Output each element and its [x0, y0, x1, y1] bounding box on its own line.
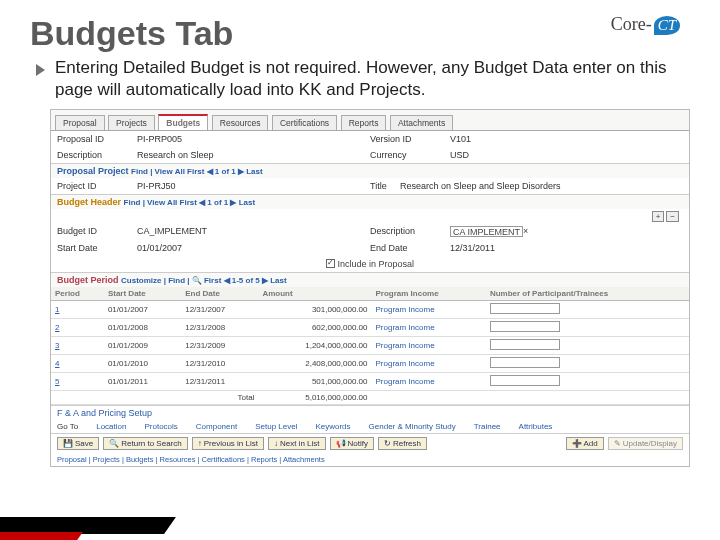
goto-location[interactable]: Location	[96, 422, 126, 431]
bottom-links[interactable]: Proposal | Projects | Budgets | Resource…	[51, 453, 689, 466]
next-button[interactable]: ↓ Next in List	[268, 437, 326, 450]
table-row: 101/01/200712/31/2007301,000,000.00Progr…	[51, 301, 689, 319]
tab-budgets[interactable]: Budgets	[158, 114, 208, 130]
end-date: 12/31/2011	[450, 243, 495, 253]
start-date-label: Start Date	[57, 243, 137, 253]
trainees-input[interactable]	[490, 357, 560, 368]
end-date-label: End Date	[370, 243, 450, 253]
goto-protocols[interactable]: Protocols	[144, 422, 177, 431]
goto-bar: Go To Location Protocols Component Setup…	[51, 420, 689, 433]
trainees-input[interactable]	[490, 321, 560, 332]
version-id: V101	[450, 134, 471, 144]
description: Research on Sleep	[137, 150, 214, 160]
project-id: PI-PRJ50	[137, 181, 176, 191]
refresh-button[interactable]: ↻ Refresh	[378, 437, 427, 450]
description-label: Description	[57, 150, 137, 160]
proposal-id-label: Proposal ID	[57, 134, 137, 144]
slide-accent	[0, 517, 170, 540]
bullet-text: Entering Detailed Budget is not required…	[55, 57, 690, 101]
table-row: 301/01/200912/31/20091,204,000,000.00Pro…	[51, 337, 689, 355]
budget-period-table: Period Start Date End Date Amount Progra…	[51, 287, 689, 405]
table-row: 201/01/200812/31/2008602,000,000.00Progr…	[51, 319, 689, 337]
customize-nav[interactable]: Customize | Find | 🔍 First ◀ 1-5 of 5 ▶ …	[121, 276, 287, 285]
col-pincome: Program Income	[371, 287, 485, 301]
notify-button[interactable]: 📢 Notify	[330, 437, 374, 450]
version-label: Version ID	[370, 134, 450, 144]
project-id-label: Project ID	[57, 181, 137, 191]
goto-setup[interactable]: Setup Level	[255, 422, 297, 431]
tab-certifications[interactable]: Certifications	[272, 115, 337, 130]
update-display-button[interactable]: ✎ Update/Display	[608, 437, 683, 450]
page-title: Budgets Tab	[30, 14, 690, 53]
goto-label: Go To	[57, 422, 78, 431]
tab-resources[interactable]: Resources	[212, 115, 269, 130]
include-checkbox[interactable]	[326, 259, 335, 268]
budget-id: CA_IMPLEMENT	[137, 226, 207, 237]
logo: Core-CT	[611, 14, 680, 35]
table-row: 401/01/201012/31/20102,408,000,000.00Pro…	[51, 355, 689, 373]
close-icon[interactable]: ×	[523, 226, 528, 237]
budget-id-label: Budget ID	[57, 226, 137, 237]
goto-gender[interactable]: Gender & Minority Study	[369, 422, 456, 431]
find-nav-1[interactable]: Find | View All First ◀ 1 of 1 ▶ Last	[131, 167, 263, 176]
tab-attachments[interactable]: Attachments	[390, 115, 453, 130]
logo-badge: CT	[654, 16, 680, 35]
return-button[interactable]: 🔍 Return to Search	[103, 437, 187, 450]
tab-projects[interactable]: Projects	[108, 115, 155, 130]
proposal-id: PI-PRP005	[137, 134, 182, 144]
find-nav-2[interactable]: Find | View All First ◀ 1 of 1 ▶ Last	[124, 198, 256, 207]
col-amount: Amount	[258, 287, 371, 301]
add-row-button[interactable]: +	[652, 211, 665, 222]
tab-reports[interactable]: Reports	[341, 115, 387, 130]
bhdr-desc-label: Description	[370, 226, 450, 237]
total-value: 5,016,000,000.00	[258, 391, 371, 405]
trainees-input[interactable]	[490, 339, 560, 350]
project-title: Research on Sleep and Sleep Disorders	[400, 181, 561, 191]
bhdr-desc-input[interactable]: CA IMPLEMENT	[450, 226, 523, 237]
start-date: 01/01/2007	[137, 243, 182, 253]
prev-button[interactable]: ↑ Previous in List	[192, 437, 264, 450]
section-budget-header: Budget Header Find | View All First ◀ 1 …	[51, 194, 689, 209]
currency: USD	[450, 150, 469, 160]
col-end: End Date	[181, 287, 258, 301]
tab-bar: Proposal Projects Budgets Resources Cert…	[51, 110, 689, 131]
trainees-input[interactable]	[490, 375, 560, 386]
chevron-right-icon	[36, 64, 45, 76]
section-budget-period: Budget Period Customize | Find | 🔍 First…	[51, 272, 689, 287]
total-label: Total	[181, 391, 258, 405]
col-nparts: Number of Participant/Trainees	[486, 287, 689, 301]
table-row: 501/01/201112/31/2011501,000,000.00Progr…	[51, 373, 689, 391]
screenshot-panel: Proposal Projects Budgets Resources Cert…	[50, 109, 690, 467]
remove-row-button[interactable]: −	[666, 211, 679, 222]
goto-keywords[interactable]: Keywords	[315, 422, 350, 431]
save-button[interactable]: 💾 Save	[57, 437, 99, 450]
button-bar: 💾 Save 🔍 Return to Search ↑ Previous in …	[51, 433, 689, 453]
goto-trainee[interactable]: Trainee	[474, 422, 501, 431]
fa-pricing-link[interactable]: F & A and Pricing Setup	[51, 405, 689, 420]
section-proposal-project: Proposal Project Find | View All First ◀…	[51, 163, 689, 178]
goto-attributes[interactable]: Attributes	[519, 422, 553, 431]
include-label: Include in Proposal	[337, 259, 414, 269]
add-button[interactable]: ➕ Add	[566, 437, 604, 450]
bullet: Entering Detailed Budget is not required…	[36, 57, 690, 101]
col-start: Start Date	[104, 287, 181, 301]
logo-brand: Core-	[611, 14, 652, 34]
title-label: Title	[370, 181, 400, 191]
currency-label: Currency	[370, 150, 450, 160]
goto-component[interactable]: Component	[196, 422, 237, 431]
trainees-input[interactable]	[490, 303, 560, 314]
col-period: Period	[51, 287, 104, 301]
tab-proposal[interactable]: Proposal	[55, 115, 105, 130]
